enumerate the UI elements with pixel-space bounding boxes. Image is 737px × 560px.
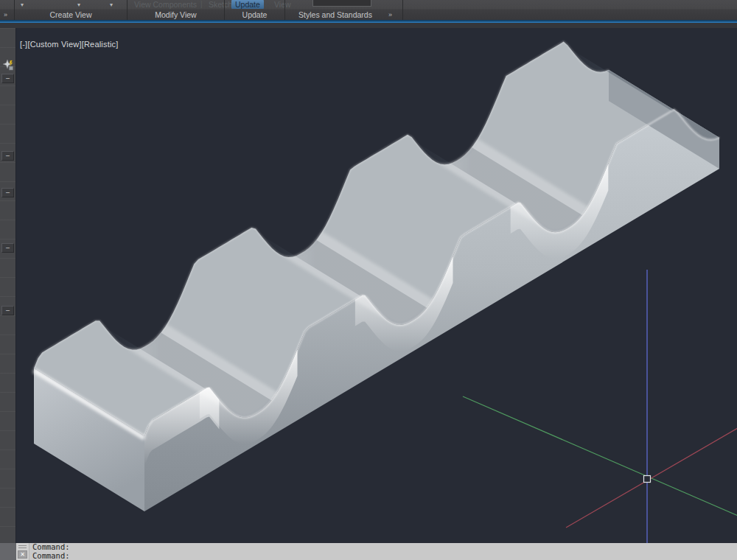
command-history[interactable]: Command: Command: (29, 543, 737, 560)
panel-launcher-icon[interactable]: » (388, 11, 392, 18)
tab-sketch[interactable]: Sketch (209, 0, 232, 9)
chevron-down-icon[interactable]: ▾ (77, 1, 80, 9)
strip-button-5[interactable]: – (1, 306, 14, 315)
panel-modify-view[interactable]: Modify View (128, 10, 224, 20)
panel-create-view[interactable]: Create View (15, 10, 127, 20)
command-window-titlebar: ✕ (16, 543, 29, 560)
ribbon-combobox[interactable] (312, 0, 371, 7)
strip-button-1[interactable]: – (1, 74, 14, 83)
chevron-down-icon[interactable]: ▾ (110, 1, 113, 9)
tab-view[interactable]: View (274, 0, 291, 9)
close-icon[interactable]: ✕ (18, 550, 27, 559)
navigation-compass-icon[interactable] (2, 59, 14, 71)
ucs-x-axis (566, 426, 737, 528)
chevron-down-icon[interactable]: ▾ (21, 1, 24, 9)
left-toolbar-strip: – – – – – (0, 28, 16, 543)
strip-button-3[interactable]: – (1, 188, 14, 197)
drawing-area-top-border (0, 23, 737, 28)
command-history-line: Command: (32, 543, 737, 552)
command-window: ✕ Command: Command: (16, 543, 737, 560)
strip-button-4[interactable]: – (1, 243, 14, 253)
ucs-origin-marker (644, 476, 651, 483)
ribbon: ▾ ▾ ▾ View Components | Sketch Update Vi… (0, 0, 737, 20)
drawing-viewport[interactable]: [-][Custom View][Realistic] (16, 28, 737, 543)
statusbar-corner (0, 543, 16, 560)
ucs-y-axis (463, 396, 737, 517)
ribbon-collapse-chevron-icon[interactable]: » (4, 11, 7, 18)
tab-separator: | (200, 0, 203, 9)
panel-update[interactable]: Update (225, 10, 284, 20)
command-prompt-line[interactable]: Command: (32, 552, 737, 560)
strip-button-2[interactable]: – (1, 151, 14, 161)
3d-scene (16, 28, 737, 543)
tab-view-components[interactable]: View Components (134, 0, 197, 9)
tab-update[interactable]: Update (231, 0, 264, 9)
panel-divider (402, 0, 403, 20)
viewport-controls[interactable]: [-][Custom View][Realistic] (20, 40, 119, 49)
application-window: ▾ ▾ ▾ View Components | Sketch Update Vi… (0, 0, 737, 560)
drag-handle-icon[interactable] (18, 545, 27, 550)
panel-styles-and-standards[interactable]: Styles and Standards (285, 10, 385, 20)
